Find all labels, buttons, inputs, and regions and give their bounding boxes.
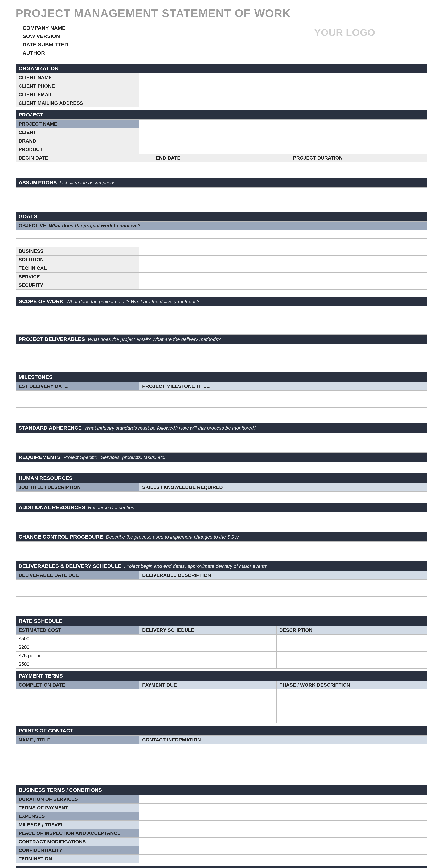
requirements-row[interactable] [16,462,427,471]
deliv-date-input[interactable] [16,605,139,614]
payment-date-input[interactable] [16,706,139,715]
rate-sched-input[interactable] [139,643,276,651]
standards-row[interactable] [16,441,427,450]
assumptions-header: ASSUMPTIONSList all made assumptions [16,178,427,187]
deliv-date-input[interactable] [16,588,139,596]
rate-desc-input[interactable] [276,660,427,669]
payment-phase-input[interactable] [276,715,427,723]
payment-date-input[interactable] [16,715,139,723]
goal-technical-input[interactable] [139,264,427,272]
poc-name-input[interactable] [16,744,139,752]
rate-desc-input[interactable] [276,634,427,643]
assumptions-row[interactable] [16,196,427,205]
rate-sched-input[interactable] [139,660,276,669]
payment-phase-input[interactable] [276,698,427,706]
payment-phase-input[interactable] [276,706,427,715]
milestone-date-input[interactable] [16,408,139,416]
term-input[interactable] [139,846,427,855]
business-terms-section: BUSINESS TERMS / CONDITIONS DURATION OF … [16,785,427,863]
hr-skills-input[interactable] [139,492,427,500]
hr-job-input[interactable] [16,492,139,500]
delivery-schedule-section: DELIVERABLES & DELIVERY SCHEDULEProject … [16,561,427,614]
rate-cost-input[interactable]: $500 [16,634,139,643]
rate-sched-input[interactable] [139,652,276,660]
term-input[interactable] [139,829,427,837]
deliv-date-input[interactable] [16,580,139,588]
client-mailing-input[interactable] [139,99,427,107]
duration-input[interactable] [290,162,427,170]
goal-security-input[interactable] [139,281,427,289]
standards-row[interactable] [16,433,427,441]
goal-solution-input[interactable] [139,255,427,264]
poc-name-input[interactable] [16,753,139,761]
term-input[interactable] [139,838,427,846]
project-brand-input[interactable] [139,137,427,145]
addl-resources-row[interactable] [16,513,427,521]
scope-section: SCOPE OF WORKWhat does the project entai… [16,297,427,332]
project-product-input[interactable] [139,145,427,154]
end-date-input[interactable] [153,162,290,170]
milestone-title-input[interactable] [139,408,427,416]
rate-desc-input[interactable] [276,643,427,651]
term-input[interactable] [139,795,427,803]
deliv-desc-input[interactable] [139,605,427,614]
payment-due-input[interactable] [139,689,276,698]
deliv-date-input[interactable] [16,597,139,605]
objective-row[interactable] [16,239,427,247]
poc-name-input[interactable] [16,770,139,778]
poc-info-input[interactable] [139,744,427,752]
term-label: CONTRACT MODIFICATIONS [16,838,139,846]
assumptions-row[interactable] [16,188,427,196]
rate-desc-input[interactable] [276,652,427,660]
scope-row[interactable] [16,306,427,315]
change-control-row[interactable] [16,542,427,550]
deliv-desc-input[interactable] [139,597,427,605]
deliverables-row[interactable] [16,361,427,370]
project-name-input[interactable] [139,120,427,128]
poc-info-input[interactable] [139,753,427,761]
deliverables-row[interactable] [16,344,427,352]
poc-info-input[interactable] [139,761,427,770]
poc-header: POINTS OF CONTACT [16,726,427,736]
payment-phase-input[interactable] [276,689,427,698]
project-client-label: CLIENT [16,128,139,136]
objective-row[interactable] [16,230,427,238]
begin-date-input[interactable] [16,162,153,170]
goal-business-input[interactable] [139,247,427,255]
milestone-date-input[interactable] [16,399,139,407]
rate-cost-input[interactable]: $500 [16,660,139,669]
change-control-row[interactable] [16,550,427,559]
addl-resources-row[interactable] [16,521,427,529]
scope-row[interactable] [16,315,427,323]
term-input[interactable] [139,812,427,820]
payment-due-input[interactable] [139,698,276,706]
term-label: CONFIDENTIALITY [16,846,139,855]
milestone-title-input[interactable] [139,391,427,399]
rate-cost-input[interactable]: $200 [16,643,139,651]
scope-row[interactable] [16,323,427,332]
poc-info-input[interactable] [139,770,427,778]
rate-schedule-header: RATE SCHEDULE [16,616,427,626]
poc-name-input[interactable] [16,761,139,770]
deliverables-row[interactable] [16,353,427,361]
milestone-date-input[interactable] [16,391,139,399]
payment-date-input[interactable] [16,689,139,698]
deliv-desc-input[interactable] [139,588,427,596]
rate-cost-input[interactable]: $75 per hr [16,652,139,660]
payment-date-input[interactable] [16,698,139,706]
rate-sched-input[interactable] [139,634,276,643]
meta-author: AUTHOR [16,50,314,56]
end-date-label: END DATE [153,154,290,162]
client-email-input[interactable] [139,90,427,99]
milestone-title-input[interactable] [139,399,427,407]
term-input[interactable] [139,855,427,863]
payment-due-input[interactable] [139,706,276,715]
deliv-desc-input[interactable] [139,580,427,588]
term-input[interactable] [139,820,427,829]
project-client-input[interactable] [139,128,427,136]
client-name-input[interactable] [139,73,427,82]
term-input[interactable] [139,804,427,812]
client-phone-input[interactable] [139,82,427,90]
payment-due-input[interactable] [139,715,276,723]
goal-service-input[interactable] [139,273,427,281]
